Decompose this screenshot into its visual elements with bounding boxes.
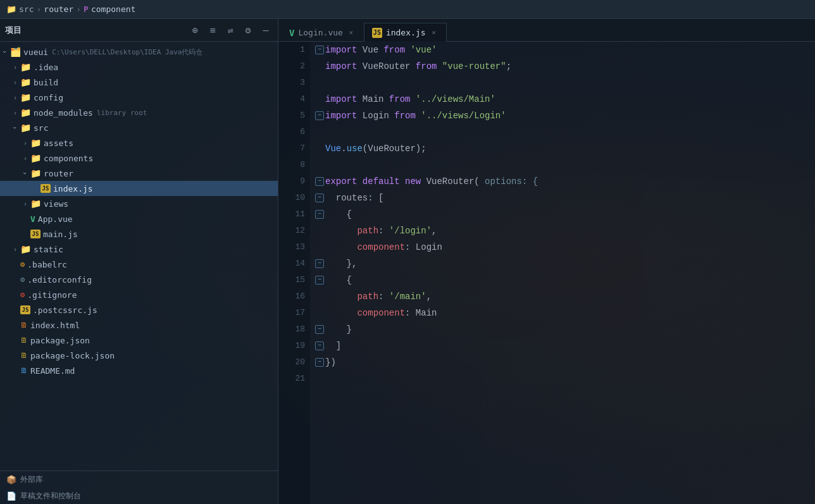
tree-badge-node-modules: library root — [97, 109, 147, 117]
line-numbers: 1 2 3 4 5 6 7 8 9 10 11 12 13 14 15 16 1… — [278, 42, 310, 504]
fold-icon-10[interactable]: − — [315, 194, 324, 202]
tree-item-vueui[interactable]: › 🗂️ vueui C:\Users\DELL\Desktop\IDEA Ja… — [0, 44, 278, 59]
tree-label-package-lock: package-lock.json — [30, 351, 115, 360]
vue-file-icon: V — [30, 214, 35, 224]
folder-icon-src: 📁 — [20, 123, 31, 133]
tree-item-postcssrc[interactable]: › JS .postcssrc.js — [0, 302, 278, 317]
tree-item-index-js[interactable]: › JS index.js — [0, 181, 278, 196]
tab-index-js[interactable]: JS index.js × — [364, 23, 447, 42]
code-line-7: Vue.use(VueRouter); — [315, 140, 815, 157]
tree-item-components[interactable]: › 📁 components — [0, 151, 278, 166]
tree-item-editorconfig[interactable]: › ⚙ .editorconfig — [0, 272, 278, 287]
globe-icon[interactable]: ⊕ — [188, 23, 202, 37]
settings-icon[interactable]: ⚙ — [241, 23, 255, 37]
sidebar-tree: › 🗂️ vueui C:\Users\DELL\Desktop\IDEA Ja… — [0, 42, 278, 470]
tree-item-node-modules[interactable]: › 📁 node_modules library root — [0, 105, 278, 120]
tab-login-vue[interactable]: V Login.vue × — [281, 23, 364, 42]
code-line-10: − routes: [ — [315, 190, 815, 206]
code-line-1: − import Vue from 'vue' — [315, 42, 815, 58]
tree-item-readme[interactable]: › 🗎 README.md — [0, 363, 278, 378]
chevron-config: › — [10, 92, 20, 102]
fold-icon-14[interactable]: − — [315, 259, 324, 268]
line-num-19: 19 — [283, 338, 305, 354]
tree-item-build[interactable]: › 📁 build — [0, 75, 278, 90]
line-num-18: 18 — [283, 321, 305, 338]
line-num-11: 11 — [283, 206, 305, 223]
breadcrumb-router[interactable]: router — [44, 4, 73, 14]
line-num-2: 2 — [283, 58, 305, 75]
tree-item-index-html[interactable]: › 🗎 index.html — [0, 317, 278, 333]
line-num-7: 7 — [283, 140, 305, 157]
tree-label-vueui: vueui — [23, 47, 48, 57]
tree-item-config[interactable]: › 📁 config — [0, 90, 278, 105]
fold-icon-11[interactable]: − — [315, 210, 324, 219]
footer-scratch[interactable]: 📄 草稿文件和控制台 — [0, 488, 278, 504]
tree-label-static: static — [34, 245, 63, 254]
tree-label-postcssrc: .postcssrc.js — [33, 305, 97, 315]
editor-area: V Login.vue × JS index.js × 1 2 3 4 5 6 … — [278, 19, 815, 504]
tree-item-main-js[interactable]: › JS main.js — [0, 226, 278, 242]
tab-index-js-label: index.js — [386, 28, 426, 37]
sidebar-title: 项目 — [5, 25, 22, 36]
tree-item-gitignore[interactable]: › ⚙ .gitignore — [0, 287, 278, 302]
tab-login-vue-close[interactable]: × — [347, 28, 356, 37]
line-num-5: 5 — [283, 108, 305, 124]
tree-item-app-vue[interactable]: › V App.vue — [0, 211, 278, 226]
code-line-11: − { — [315, 206, 815, 223]
tab-index-js-close[interactable]: × — [430, 28, 439, 37]
scratch-icon: 📄 — [6, 491, 16, 501]
fold-icon-18[interactable]: − — [315, 325, 324, 334]
tree-label-index-js: index.js — [53, 184, 93, 194]
fold-icon-5[interactable]: − — [315, 111, 324, 120]
footer-scratch-label: 草稿文件和控制台 — [20, 491, 81, 501]
folder-icon: 🗂️ — [10, 47, 21, 57]
sidebar: 项目 ⊕ ≡ ⇌ ⚙ — › 🗂️ vueui C:\Users\DELL\De… — [0, 19, 278, 504]
chevron-assets: › — [20, 138, 30, 148]
minus-icon[interactable]: — — [259, 23, 273, 37]
tree-item-views[interactable]: › 📁 views — [0, 196, 278, 211]
fold-icon-20[interactable]: − — [315, 358, 324, 367]
code-line-9: − export default new VueRouter( options:… — [315, 173, 815, 190]
code-line-12: path: '/login', — [315, 223, 815, 239]
tree-item-src[interactable]: › 📁 src — [0, 120, 278, 135]
code-line-13: component: Login — [315, 239, 815, 255]
tree-item-package-json[interactable]: › 🗎 package.json — [0, 333, 278, 348]
fold-icon-1[interactable]: − — [315, 46, 324, 54]
tree-item-package-lock[interactable]: › 🗎 package-lock.json — [0, 348, 278, 363]
align-left-icon[interactable]: ≡ — [206, 23, 220, 37]
fold-icon-19[interactable]: − — [315, 341, 324, 350]
code-editor[interactable]: 1 2 3 4 5 6 7 8 9 10 11 12 13 14 15 16 1… — [278, 42, 815, 504]
tree-item-static[interactable]: › 📁 static — [0, 242, 278, 257]
code-line-14: − }, — [315, 255, 815, 272]
tree-item-idea[interactable]: › 📁 .idea — [0, 59, 278, 75]
tree-label-config: config — [34, 93, 63, 102]
code-line-8 — [315, 157, 815, 173]
tree-item-router[interactable]: › 📁 router — [0, 166, 278, 181]
tree-item-babelrc[interactable]: › ⚙ .babelrc — [0, 257, 278, 272]
breadcrumb-src[interactable]: src — [19, 4, 34, 14]
json-lock-icon: 🗎 — [20, 351, 28, 360]
align-right-icon[interactable]: ⇌ — [223, 23, 237, 37]
line-num-1: 1 — [283, 42, 305, 58]
breadcrumb-component-label[interactable]: component — [91, 4, 135, 14]
json-icon: 🗎 — [20, 336, 28, 345]
tree-label-router: router — [44, 169, 73, 178]
tree-label-package-json: package.json — [30, 336, 90, 345]
fold-icon-9[interactable]: − — [315, 177, 324, 186]
html-icon: 🗎 — [20, 321, 28, 329]
chevron-node-modules: › — [10, 108, 20, 118]
folder-icon-idea: 📁 — [20, 62, 31, 72]
tab-bar: V Login.vue × JS index.js × — [278, 19, 815, 42]
fold-icon-15[interactable]: − — [315, 276, 324, 285]
tree-item-assets[interactable]: › 📁 assets — [0, 135, 278, 151]
chevron-router: › — [20, 168, 30, 178]
breadcrumb-component: P — [84, 4, 89, 14]
footer-external-libs[interactable]: 📦 外部库 — [0, 471, 278, 488]
tree-label-assets: assets — [44, 138, 73, 148]
line-num-14: 14 — [283, 255, 305, 272]
chevron-src: › — [10, 123, 20, 133]
tree-label-views: views — [44, 199, 68, 209]
tree-label-index-html: index.html — [30, 321, 80, 330]
line-num-21: 21 — [283, 371, 305, 387]
code-line-6 — [315, 124, 815, 140]
